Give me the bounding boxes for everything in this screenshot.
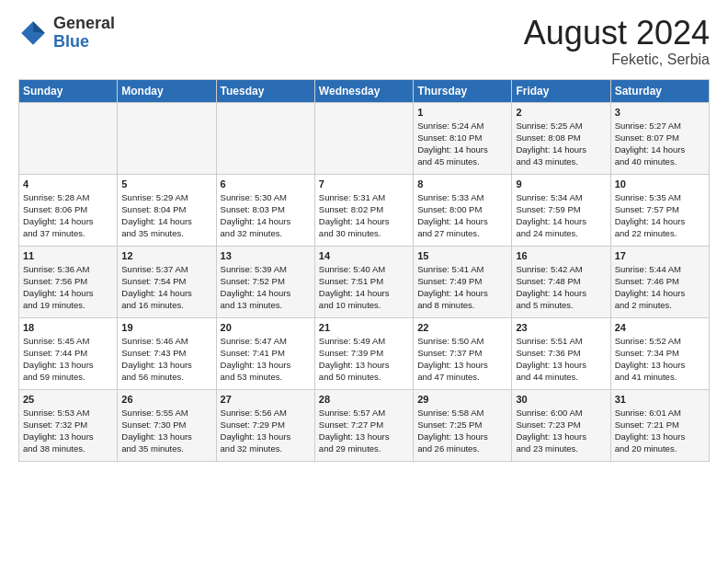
cell-4-6: 31Sunrise: 6:01 AM Sunset: 7:21 PM Dayli… xyxy=(610,389,709,461)
col-saturday: Saturday xyxy=(610,79,709,102)
day-number: 26 xyxy=(121,394,211,405)
cell-content: Sunrise: 6:01 AM Sunset: 7:21 PM Dayligh… xyxy=(615,407,705,455)
week-row-3: 18Sunrise: 5:45 AM Sunset: 7:44 PM Dayli… xyxy=(19,317,710,389)
cell-3-4: 22Sunrise: 5:50 AM Sunset: 7:37 PM Dayli… xyxy=(414,317,512,389)
cell-2-5: 16Sunrise: 5:42 AM Sunset: 7:48 PM Dayli… xyxy=(512,246,610,317)
week-row-2: 11Sunrise: 5:36 AM Sunset: 7:56 PM Dayli… xyxy=(19,246,710,317)
day-number: 11 xyxy=(23,250,113,261)
header-row: Sunday Monday Tuesday Wednesday Thursday… xyxy=(19,79,710,102)
cell-2-3: 14Sunrise: 5:40 AM Sunset: 7:51 PM Dayli… xyxy=(314,246,413,317)
cell-1-4: 8Sunrise: 5:33 AM Sunset: 8:00 PM Daylig… xyxy=(414,174,512,246)
cell-0-6: 3Sunrise: 5:27 AM Sunset: 8:07 PM Daylig… xyxy=(610,102,709,174)
cell-content: Sunrise: 5:33 AM Sunset: 8:00 PM Dayligh… xyxy=(417,191,507,240)
cell-content: Sunrise: 5:25 AM Sunset: 8:08 PM Dayligh… xyxy=(516,120,606,168)
cell-3-5: 23Sunrise: 5:51 AM Sunset: 7:36 PM Dayli… xyxy=(512,317,610,389)
cell-3-6: 24Sunrise: 5:52 AM Sunset: 7:34 PM Dayli… xyxy=(610,317,709,389)
cell-0-0 xyxy=(19,102,118,174)
cell-4-5: 30Sunrise: 6:00 AM Sunset: 7:23 PM Dayli… xyxy=(512,389,610,461)
cell-content: Sunrise: 5:42 AM Sunset: 7:48 PM Dayligh… xyxy=(516,263,606,312)
col-tuesday: Tuesday xyxy=(216,79,314,102)
cell-content: Sunrise: 5:41 AM Sunset: 7:49 PM Dayligh… xyxy=(417,263,507,312)
cell-2-0: 11Sunrise: 5:36 AM Sunset: 7:56 PM Dayli… xyxy=(19,246,118,317)
day-number: 22 xyxy=(417,322,507,333)
cell-0-4: 1Sunrise: 5:24 AM Sunset: 8:10 PM Daylig… xyxy=(414,102,512,174)
cell-content: Sunrise: 5:53 AM Sunset: 7:32 PM Dayligh… xyxy=(23,407,113,455)
cell-content: Sunrise: 5:30 AM Sunset: 8:03 PM Dayligh… xyxy=(221,191,311,240)
cell-content: Sunrise: 5:56 AM Sunset: 7:29 PM Dayligh… xyxy=(221,407,311,455)
cell-1-6: 10Sunrise: 5:35 AM Sunset: 7:57 PM Dayli… xyxy=(610,174,709,246)
cell-3-1: 19Sunrise: 5:46 AM Sunset: 7:43 PM Dayli… xyxy=(118,317,216,389)
day-number: 2 xyxy=(516,107,606,118)
day-number: 31 xyxy=(615,394,705,405)
day-number: 8 xyxy=(417,178,507,190)
cell-content: Sunrise: 5:44 AM Sunset: 7:46 PM Dayligh… xyxy=(615,263,705,312)
cell-content: Sunrise: 5:28 AM Sunset: 8:06 PM Dayligh… xyxy=(23,191,113,240)
col-sunday: Sunday xyxy=(19,79,118,102)
month-year: August 2024 xyxy=(524,15,710,52)
cell-3-3: 21Sunrise: 5:49 AM Sunset: 7:39 PM Dayli… xyxy=(314,317,413,389)
cell-4-2: 27Sunrise: 5:56 AM Sunset: 7:29 PM Dayli… xyxy=(216,389,314,461)
day-number: 5 xyxy=(121,178,211,190)
week-row-1: 4Sunrise: 5:28 AM Sunset: 8:06 PM Daylig… xyxy=(19,174,710,246)
cell-2-4: 15Sunrise: 5:41 AM Sunset: 7:49 PM Dayli… xyxy=(414,246,512,317)
col-monday: Monday xyxy=(118,79,216,102)
cell-1-5: 9Sunrise: 5:34 AM Sunset: 7:59 PM Daylig… xyxy=(512,174,610,246)
calendar-table: Sunday Monday Tuesday Wednesday Thursday… xyxy=(18,79,710,462)
cell-content: Sunrise: 5:29 AM Sunset: 8:04 PM Dayligh… xyxy=(121,191,211,240)
cell-2-1: 12Sunrise: 5:37 AM Sunset: 7:54 PM Dayli… xyxy=(118,246,216,317)
cell-4-0: 25Sunrise: 5:53 AM Sunset: 7:32 PM Dayli… xyxy=(19,389,118,461)
day-number: 14 xyxy=(319,250,409,261)
day-number: 23 xyxy=(516,322,606,333)
day-number: 25 xyxy=(23,394,113,405)
cell-3-0: 18Sunrise: 5:45 AM Sunset: 7:44 PM Dayli… xyxy=(19,317,118,389)
cell-1-0: 4Sunrise: 5:28 AM Sunset: 8:06 PM Daylig… xyxy=(19,174,118,246)
cell-1-2: 6Sunrise: 5:30 AM Sunset: 8:03 PM Daylig… xyxy=(216,174,314,246)
col-friday: Friday xyxy=(512,79,610,102)
day-number: 15 xyxy=(417,250,507,261)
cell-0-2 xyxy=(216,102,314,174)
cell-content: Sunrise: 5:45 AM Sunset: 7:44 PM Dayligh… xyxy=(23,335,113,384)
day-number: 27 xyxy=(221,394,311,405)
cell-content: Sunrise: 5:27 AM Sunset: 8:07 PM Dayligh… xyxy=(615,120,705,168)
cell-content: Sunrise: 5:40 AM Sunset: 7:51 PM Dayligh… xyxy=(319,263,409,312)
day-number: 30 xyxy=(516,394,606,405)
cell-content: Sunrise: 5:34 AM Sunset: 7:59 PM Dayligh… xyxy=(516,191,606,240)
logo-general: General xyxy=(53,14,115,32)
col-wednesday: Wednesday xyxy=(314,79,413,102)
title-block: August 2024 Feketic, Serbia xyxy=(524,15,710,68)
day-number: 1 xyxy=(417,107,507,118)
cell-content: Sunrise: 5:31 AM Sunset: 8:02 PM Dayligh… xyxy=(319,191,409,240)
col-thursday: Thursday xyxy=(414,79,512,102)
day-number: 3 xyxy=(615,107,705,118)
cell-0-5: 2Sunrise: 5:25 AM Sunset: 8:08 PM Daylig… xyxy=(512,102,610,174)
logo-text: General Blue xyxy=(53,15,115,52)
day-number: 9 xyxy=(516,178,606,190)
week-row-0: 1Sunrise: 5:24 AM Sunset: 8:10 PM Daylig… xyxy=(19,102,710,174)
cell-content: Sunrise: 5:57 AM Sunset: 7:27 PM Dayligh… xyxy=(319,407,409,455)
day-number: 4 xyxy=(23,178,113,190)
logo: General Blue xyxy=(18,15,115,52)
cell-content: Sunrise: 5:58 AM Sunset: 7:25 PM Dayligh… xyxy=(417,407,507,455)
cell-1-1: 5Sunrise: 5:29 AM Sunset: 8:04 PM Daylig… xyxy=(118,174,216,246)
day-number: 24 xyxy=(615,322,705,333)
day-number: 6 xyxy=(221,178,311,190)
cell-content: Sunrise: 5:52 AM Sunset: 7:34 PM Dayligh… xyxy=(615,335,705,384)
day-number: 20 xyxy=(221,322,311,333)
day-number: 18 xyxy=(23,322,113,333)
day-number: 28 xyxy=(319,394,409,405)
cell-3-2: 20Sunrise: 5:47 AM Sunset: 7:41 PM Dayli… xyxy=(216,317,314,389)
cell-content: Sunrise: 5:55 AM Sunset: 7:30 PM Dayligh… xyxy=(121,407,211,455)
cell-content: Sunrise: 5:50 AM Sunset: 7:37 PM Dayligh… xyxy=(417,335,507,384)
cell-content: Sunrise: 5:51 AM Sunset: 7:36 PM Dayligh… xyxy=(516,335,606,384)
cell-content: Sunrise: 6:00 AM Sunset: 7:23 PM Dayligh… xyxy=(516,407,606,455)
cell-0-1 xyxy=(118,102,216,174)
cell-0-3 xyxy=(314,102,413,174)
cell-1-3: 7Sunrise: 5:31 AM Sunset: 8:02 PM Daylig… xyxy=(314,174,413,246)
cell-content: Sunrise: 5:24 AM Sunset: 8:10 PM Dayligh… xyxy=(417,120,507,168)
cell-content: Sunrise: 5:46 AM Sunset: 7:43 PM Dayligh… xyxy=(121,335,211,384)
day-number: 17 xyxy=(615,250,705,261)
logo-blue: Blue xyxy=(53,32,89,51)
day-number: 29 xyxy=(417,394,507,405)
cell-content: Sunrise: 5:47 AM Sunset: 7:41 PM Dayligh… xyxy=(221,335,311,384)
svg-marker-1 xyxy=(33,21,45,33)
